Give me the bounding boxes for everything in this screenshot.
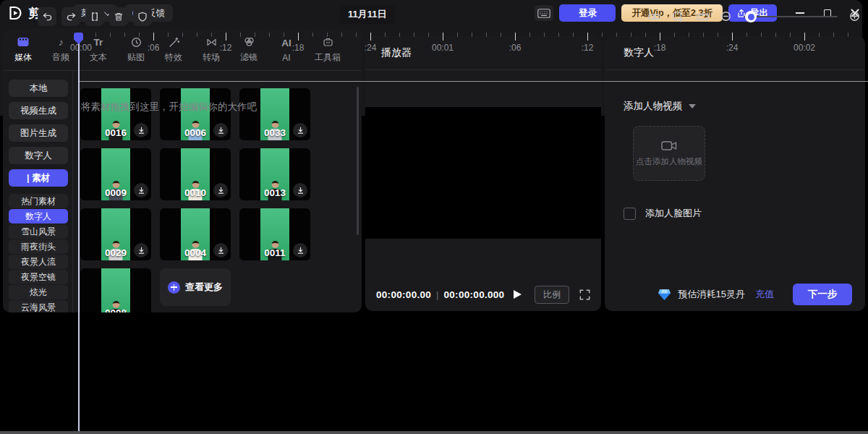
current-time: 00:00:00.00 xyxy=(376,289,431,300)
download-icon[interactable] xyxy=(134,183,148,197)
ruler-tick xyxy=(515,33,516,41)
link-icon[interactable] xyxy=(647,12,661,22)
thumbnail-grid: 0016 0006 0033 0009 0010 xyxy=(80,88,310,312)
delete-button[interactable] xyxy=(109,7,128,26)
thumbnail-0004[interactable]: 0004 xyxy=(160,208,231,260)
ruler-tick xyxy=(399,33,400,37)
login-button[interactable]: 登录 xyxy=(559,4,616,22)
split-button[interactable] xyxy=(85,7,104,26)
ratio-button[interactable]: 比例 xyxy=(535,286,569,304)
ruler-label: :12 xyxy=(220,43,232,53)
ruler-tick xyxy=(298,33,299,41)
zoom-in-icon[interactable] xyxy=(849,11,861,22)
download-icon[interactable] xyxy=(293,243,307,258)
ruler-tick xyxy=(110,33,111,37)
add-face-row: 添加人脸图片 xyxy=(624,207,702,220)
ruler-label: :06 xyxy=(148,43,160,53)
player-canvas[interactable] xyxy=(365,107,601,239)
subcategory-digital-human[interactable]: 数字人 xyxy=(9,209,68,224)
ruler-tick xyxy=(269,33,270,37)
add-video-row[interactable]: 添加人物视频 xyxy=(624,100,696,113)
download-icon[interactable] xyxy=(134,243,148,258)
next-step-button[interactable]: 下一步 xyxy=(793,284,852,305)
category-material[interactable]: | 素材 xyxy=(9,169,68,187)
recharge-link[interactable]: 充值 xyxy=(755,288,774,301)
add-face-checkbox[interactable] xyxy=(624,208,636,220)
category-video-gen[interactable]: 视频生成 xyxy=(9,102,68,119)
category-divider xyxy=(72,71,73,312)
category-list: 本地 视频生成 图片生成 数字人 | 素材 热门素材 数字人 雪山风景 雨夜街头… xyxy=(9,80,68,312)
undo-button[interactable] xyxy=(38,7,56,26)
download-icon[interactable] xyxy=(213,183,228,197)
thumbnail-0013[interactable]: 0013 xyxy=(239,148,310,200)
thumbnail-0016[interactable]: 0016 xyxy=(80,88,151,140)
ruler-tick xyxy=(645,33,646,37)
track-divider xyxy=(78,81,862,82)
download-icon[interactable] xyxy=(213,123,228,137)
ruler-tick xyxy=(689,33,689,37)
subcategory-night-scene[interactable]: 夜景空镜 xyxy=(9,270,68,284)
subcategory-glow[interactable]: 炫光 xyxy=(9,285,68,299)
ruler-tick xyxy=(153,33,154,41)
thumbnail-0033[interactable]: 0033 xyxy=(239,88,310,140)
ruler-label: :06 xyxy=(509,43,522,53)
category-local[interactable]: 本地 xyxy=(9,80,68,97)
thumbnail-0008[interactable]: 0008 xyxy=(80,268,151,312)
ruler-label: :18 xyxy=(654,43,666,53)
category-digital-human[interactable]: 数字人 xyxy=(9,147,68,164)
subcategory-snow-mountain[interactable]: 雪山风景 xyxy=(9,224,68,239)
subcategory-rainy-street[interactable]: 雨夜街头 xyxy=(9,239,68,254)
playhead-line[interactable] xyxy=(78,33,80,116)
download-icon[interactable] xyxy=(213,243,228,258)
ruler-tick xyxy=(660,33,660,41)
category-image-gen[interactable]: 图片生成 xyxy=(9,124,68,142)
ruler-tick xyxy=(616,33,617,37)
thumbnail-0009[interactable]: 0009 xyxy=(80,148,151,200)
ruler-tick xyxy=(544,33,545,37)
thumbnail-0006[interactable]: 0006 xyxy=(160,88,231,140)
shield-icon xyxy=(137,12,148,22)
upload-video-dropzone[interactable]: 点击添加人物视频 xyxy=(633,126,705,181)
ruler-tick xyxy=(197,33,197,37)
ruler-tick xyxy=(139,33,140,37)
undo-icon xyxy=(42,12,53,22)
thumbnail-0010[interactable]: 0010 xyxy=(160,148,231,200)
ruler-tick xyxy=(284,33,284,37)
ruler-tick xyxy=(385,33,386,37)
shortcut-keyboard-button[interactable] xyxy=(535,5,553,21)
ruler-tick xyxy=(602,33,603,37)
mask-button[interactable] xyxy=(133,7,152,26)
view-more-button[interactable]: 查看更多 xyxy=(160,268,231,306)
time-separator: | xyxy=(436,289,438,300)
fullscreen-icon[interactable] xyxy=(579,289,590,300)
slider-knob[interactable] xyxy=(745,11,757,22)
thumbnail-0029[interactable]: 0029 xyxy=(80,208,151,260)
app-window: 剪灵 菜单 反馈 11月11日 登录 开通Vip，低至2.3折 xyxy=(0,0,868,434)
timeline-ruler[interactable]: 00:00:06:12:18:2400:01:06:12:18:2400:02 xyxy=(0,33,862,57)
thumbnail-0011[interactable]: 0011 xyxy=(239,208,310,260)
ruler-tick xyxy=(833,33,834,37)
add-video-label: 添加人物视频 xyxy=(624,100,682,113)
redo-button[interactable] xyxy=(61,7,80,26)
download-icon[interactable] xyxy=(134,123,148,137)
ruler-label: :24 xyxy=(726,43,739,53)
ruler-tick xyxy=(486,33,487,37)
subcategory-night-crowd[interactable]: 夜景人流 xyxy=(9,255,68,269)
ruler-tick xyxy=(168,33,169,37)
ruler-tick xyxy=(327,33,328,37)
timeline-zoom-slider[interactable] xyxy=(744,16,838,17)
preview-ruler-icon[interactable] xyxy=(697,12,709,22)
download-icon[interactable] xyxy=(293,183,307,197)
ruler-tick xyxy=(732,33,733,41)
play-icon[interactable] xyxy=(514,290,522,299)
project-date[interactable]: 11月11日 xyxy=(340,5,395,24)
download-icon[interactable] xyxy=(293,123,307,137)
subcategory-hot[interactable]: 热门素材 xyxy=(9,194,68,208)
grid-scrollbar[interactable] xyxy=(357,87,359,235)
ruler-tick xyxy=(775,33,776,37)
zoom-out-icon[interactable] xyxy=(720,11,732,22)
snap-icon[interactable] xyxy=(673,12,685,22)
subcategory-cloud-sea[interactable]: 云海风景 xyxy=(9,300,68,312)
ruler-tick xyxy=(674,33,675,37)
ruler-tick xyxy=(124,33,125,37)
